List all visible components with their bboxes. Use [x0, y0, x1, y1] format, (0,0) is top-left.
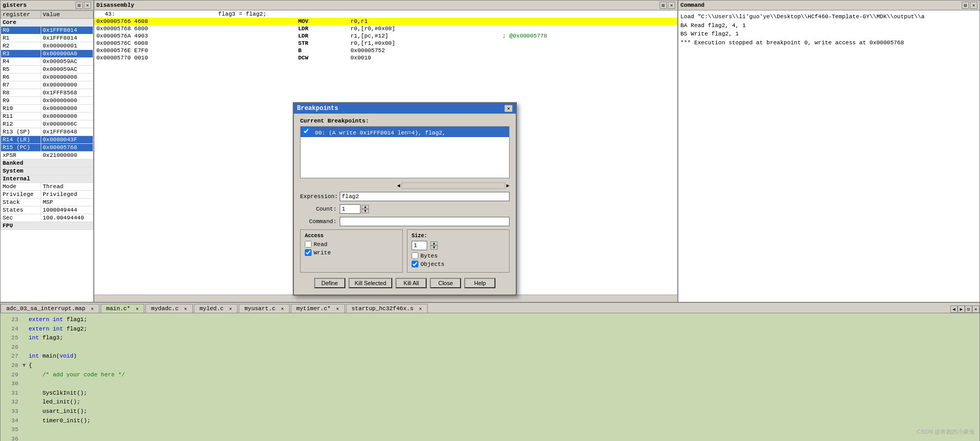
dis-addr-2: 0x00005768 6800 — [94, 25, 296, 32]
size-value-row: ▲ ▼ — [412, 241, 505, 250]
reg-val-r7: 0x00000000 — [41, 81, 93, 89]
bytes-checkbox[interactable] — [412, 252, 418, 259]
registers-panel: gisters ⊟ ✕ register Value Core R00x1FFF… — [0, 0, 94, 302]
dialog-close-btn[interactable]: ✕ — [504, 105, 513, 112]
reg-val-r9: 0x00000000 — [41, 97, 93, 105]
listbox-scroll-right[interactable]: ▶ — [506, 182, 510, 189]
tab-myled-close[interactable]: ✕ — [229, 307, 232, 312]
tab-adc-close[interactable]: ✕ — [91, 307, 93, 312]
dialog-title: Breakpoints — [297, 105, 338, 112]
tab-startup-close[interactable]: ✕ — [419, 307, 421, 312]
command-label: Command: — [300, 218, 337, 225]
disassembly-close-btn[interactable]: ✕ — [668, 2, 675, 9]
dis-row-5: 0x0000576E E7F0 B 0x00005752 — [94, 47, 677, 54]
command-close-btn[interactable]: ✕ — [970, 2, 977, 9]
registers-dock-btn[interactable]: ⊟ — [76, 2, 83, 9]
tab-myusart-close[interactable]: ✕ — [281, 307, 283, 312]
count-spinner-up[interactable]: ▲ — [362, 205, 369, 209]
reg-val-r6: 0x00000000 — [41, 74, 93, 81]
command-row: Command: — [300, 217, 510, 226]
reg-section-system: System — [1, 167, 93, 175]
source-scroll-right[interactable]: ▶ — [958, 305, 965, 313]
line-expand-23 — [22, 315, 29, 325]
kill-selected-button[interactable]: Kill Selected — [349, 278, 393, 288]
expression-input[interactable] — [340, 192, 510, 201]
reg-section-internal: Internal — [1, 175, 93, 183]
count-label: Count: — [300, 206, 337, 212]
objects-label: Objects — [420, 261, 444, 267]
reg-mode-val: Thread — [41, 183, 93, 191]
reg-name-r3: R3 — [1, 50, 41, 58]
command-dock-btn[interactable]: ⊟ — [962, 2, 969, 9]
help-button[interactable]: Help — [464, 278, 495, 288]
size-spinner-up[interactable]: ▲ — [430, 241, 438, 246]
reg-val-r1: 0x1FFF8014 — [41, 34, 93, 42]
source-line-31: 31 SysClkInit(); — [3, 389, 977, 398]
bp-list-item-0[interactable]: 00: (A write 0x1FFF8014 len=4), flag2, — [301, 127, 509, 137]
reg-name-r11: R11 — [1, 113, 41, 120]
source-close-btn[interactable]: ✕ — [972, 305, 979, 313]
reg-col-name: register — [1, 11, 41, 19]
read-checkbox[interactable] — [305, 241, 312, 248]
reg-name-r7: R7 — [1, 81, 41, 89]
reg-states-val: 1000049444 — [41, 206, 93, 214]
reg-val-r0: 0x1FFF8014 — [41, 27, 93, 34]
tab-mytimer-close[interactable]: ✕ — [336, 307, 339, 312]
objects-checkbox[interactable] — [412, 261, 418, 267]
dis-row-2: 0x00005768 6800 LDR r0,[r0,#0x00] — [94, 25, 677, 32]
registers-close-btn[interactable]: ✕ — [84, 2, 91, 9]
tab-main-close[interactable]: ✕ — [136, 307, 139, 312]
dialog-title-bar: Breakpoints ✕ — [294, 103, 516, 114]
source-line-29: 29 /* add your code here */ — [3, 371, 977, 380]
disassembly-title: Disassembly — [96, 2, 134, 8]
access-title: Access — [305, 233, 398, 239]
source-line-35: 35 — [3, 425, 977, 435]
dis-op-6: 0x0010 — [349, 54, 677, 62]
tab-myled[interactable]: myled.c ✕ — [194, 304, 238, 313]
tab-startup[interactable]: startup_hc32f46x.s ✕ — [346, 304, 428, 313]
write-checkbox-row: Write — [305, 249, 398, 256]
count-spinner-down[interactable]: ▼ — [362, 209, 369, 213]
size-value-input[interactable] — [412, 241, 427, 250]
close-button[interactable]: Close — [430, 278, 461, 288]
tab-mydadc[interactable]: mydadc.c ✕ — [145, 304, 193, 313]
tab-mydadc-label: mydadc.c — [151, 305, 179, 312]
dis-mnem-3: LDR — [296, 32, 349, 40]
tab-main[interactable]: main.c* ✕ — [101, 304, 144, 313]
breakpoints-listbox[interactable]: 00: (A write 0x1FFF8014 len=4), flag2, — [300, 126, 510, 178]
source-dock-btn[interactable]: ⊟ — [965, 305, 972, 313]
line-num-28: 28 — [3, 361, 18, 371]
size-spinner-down[interactable]: ▼ — [430, 246, 438, 250]
bp-checkbox-0[interactable] — [303, 128, 309, 134]
source-scroll-left[interactable]: ◀ — [950, 305, 958, 313]
define-button[interactable]: Define — [314, 278, 345, 288]
disassembly-dock-btn[interactable]: ⊟ — [660, 2, 667, 9]
tab-mytimer-label: mytimer.c* — [296, 305, 331, 312]
reg-section-fpu: FPU — [1, 222, 93, 230]
listbox-scroll-left[interactable]: ◀ — [397, 182, 400, 189]
line-num-31: 31 — [3, 389, 18, 398]
tab-mydadc-close[interactable]: ✕ — [184, 307, 187, 312]
reg-val-xpsr: 0x21000000 — [41, 152, 93, 160]
command-line-3: BS Write flag2, 1 — [680, 30, 977, 39]
tab-myusart[interactable]: myusart.c ✕ — [239, 304, 289, 313]
tab-adc[interactable]: adc_03_sa_interrupt.map ✕ — [1, 304, 100, 313]
source-line-27: 27 int main(void) — [3, 352, 977, 361]
line-expand-28[interactable]: ▼ — [22, 361, 29, 371]
dis-scrollbar-h[interactable] — [94, 295, 677, 302]
line-code-33: usart_init(); — [29, 407, 977, 416]
line-expand-36 — [22, 435, 29, 441]
reg-name-r0: R0 — [1, 27, 41, 34]
tab-mytimer[interactable]: mytimer.c* ✕ — [291, 304, 345, 313]
kill-all-button[interactable]: Kill All — [395, 278, 427, 288]
write-checkbox[interactable] — [305, 249, 312, 256]
command-line-1: Load "C:\\Users\\li'guo'ye\\Desktop\\HCf… — [680, 13, 977, 21]
tab-myled-label: myled.c — [200, 305, 224, 312]
reg-mode-label: Mode — [1, 183, 41, 191]
source-line-33: 33 usart_init(); — [3, 407, 977, 416]
reg-val-r10: 0x00000000 — [41, 105, 93, 113]
count-input[interactable] — [340, 204, 361, 214]
reg-val-r5: 0x000059AC — [41, 66, 93, 74]
command-input[interactable] — [340, 217, 510, 226]
dis-mnem-4: STR — [296, 40, 349, 47]
